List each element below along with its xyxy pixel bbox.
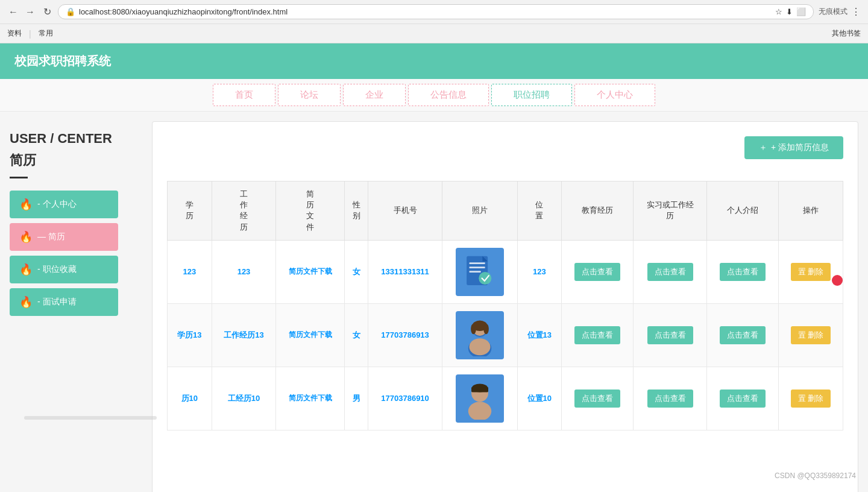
cell-file-2: 简历文件下载: [276, 367, 345, 430]
view-intro-btn-0[interactable]: 点击查看: [720, 263, 766, 281]
svg-point-11: [471, 324, 476, 335]
scrollbar-hint[interactable]: [24, 416, 157, 420]
cell-gender-1: 女: [345, 303, 368, 367]
cell-phone-1: 17703786913: [368, 303, 442, 367]
cell-edu-detail-2: 点击查看: [562, 367, 634, 430]
photo-1: [456, 311, 504, 359]
add-resume-label: + 添加简历信息: [771, 142, 829, 153]
cell-ops-1: 置 删除: [778, 303, 843, 367]
table-row: 123 123 简历文件下载 女 13311331311: [168, 240, 843, 303]
ops-container-2: 置 删除: [784, 390, 838, 408]
nav-item-jobs[interactable]: 职位招聘: [491, 84, 572, 106]
delete-btn-2[interactable]: 置 删除: [791, 390, 831, 408]
sidebar-item-favorites[interactable]: 🔥 - 职位收藏: [10, 256, 118, 283]
sidebar-item-interview-label: - 面试申请: [37, 297, 77, 308]
cell-photo-0: [442, 240, 517, 303]
delete-label-2: 删除: [808, 394, 823, 403]
resume-file-link-0[interactable]: 简历文件下载: [289, 267, 332, 276]
delete-label-1: 删除: [808, 330, 823, 339]
bookmark-resources[interactable]: 资料: [7, 28, 22, 39]
cell-work-detail-0: 点击查看: [634, 240, 707, 303]
view-work-btn-0[interactable]: 点击查看: [647, 263, 693, 281]
url-bar: 🔒 localhost:8080/xiaoyuanqiuzhizhaopinxi…: [58, 4, 814, 19]
cell-gender-2: 男: [345, 367, 368, 430]
sidebar-title-en: USER / CENTER: [10, 131, 142, 147]
menu-icon[interactable]: ⋮: [851, 6, 861, 17]
view-edu-btn-2[interactable]: 点击查看: [574, 390, 620, 408]
bookmark-other[interactable]: 其他书签: [832, 28, 861, 39]
sidebar-item-interview[interactable]: 🔥 - 面试申请: [10, 288, 118, 316]
add-resume-button[interactable]: ＋ + 添加简历信息: [744, 136, 843, 159]
sidebar: USER / CENTER 简历 🔥 - 个人中心 🔥 — 简历 🔥 - 职位收…: [10, 121, 142, 492]
table-row: 历10 工经历10 简历文件下载 男 17703786910: [168, 367, 843, 430]
url-text: localhost:8080/xiaoyuanqiuzhizhaopinxito…: [79, 7, 772, 16]
app-title: 校园求职招聘系统: [14, 54, 111, 68]
cell-photo-2: [442, 367, 517, 430]
view-intro-btn-1[interactable]: 点击查看: [720, 326, 766, 344]
cell-workexp-1: 工作经历13: [212, 303, 276, 367]
th-intro: 个人介绍: [706, 181, 778, 241]
cell-location-1: 位置13: [517, 303, 562, 367]
resume-file-link-2[interactable]: 简历文件下载: [289, 394, 332, 402]
nav-item-forum[interactable]: 论坛: [278, 84, 341, 106]
th-ops: 操作: [778, 181, 843, 241]
window-icon[interactable]: ⬜: [796, 7, 806, 16]
browser-actions: 无痕模式 ⋮: [819, 6, 861, 17]
sidebar-divider: [10, 177, 28, 178]
th-location: 位置: [517, 181, 562, 241]
nav-item-notice[interactable]: 公告信息: [408, 84, 489, 106]
back-button[interactable]: ←: [7, 6, 19, 18]
view-edu-btn-1[interactable]: 点击查看: [574, 326, 620, 344]
sidebar-title-cn: 简历: [10, 151, 142, 169]
th-work-detail: 实习或工作经历: [634, 181, 707, 241]
cell-education-1: 学历13: [168, 303, 212, 367]
refresh-button[interactable]: ↻: [41, 6, 53, 18]
nav-item-profile[interactable]: 个人中心: [574, 84, 655, 106]
nav-item-home[interactable]: 首页: [213, 84, 275, 106]
star-icon[interactable]: ☆: [775, 7, 782, 16]
cell-workexp-0: 123: [212, 240, 276, 303]
plus-icon: ＋: [759, 142, 767, 153]
table-header: 学历 工作经历 简历文件 性别 手机号 照片 位置 教育经历 实习或工作经历 个…: [168, 181, 843, 241]
view-work-btn-2[interactable]: 点击查看: [647, 390, 693, 408]
cell-phone-0: 13311331311: [368, 240, 442, 303]
delete-btn-0[interactable]: 置 删除: [791, 263, 831, 281]
th-education: 学历: [168, 181, 212, 241]
view-intro-btn-2[interactable]: 点击查看: [720, 390, 766, 408]
sidebar-item-favorites-label: - 职位收藏: [37, 264, 77, 275]
fire-icon-3: 🔥: [19, 263, 33, 276]
cursor-dot-0: [832, 275, 843, 286]
svg-rect-3: [469, 271, 480, 273]
forward-button[interactable]: →: [24, 6, 36, 18]
sidebar-item-resume[interactable]: 🔥 — 简历: [10, 223, 118, 251]
download-icon[interactable]: ⬇: [786, 7, 793, 16]
cell-phone-2: 17703786910: [368, 367, 442, 430]
svg-rect-1: [469, 262, 485, 264]
ops-container-0: 置 删除: [784, 263, 838, 281]
view-edu-btn-0[interactable]: 点击查看: [574, 263, 620, 281]
cell-ops-0: 置 删除: [778, 240, 843, 303]
cell-edu-detail-1: 点击查看: [562, 303, 634, 367]
edit-icon-2: 置: [798, 394, 806, 403]
table-row: 学历13 工作经历13 简历文件下载 女 17703786913: [168, 303, 843, 367]
cell-work-detail-2: 点击查看: [634, 367, 707, 430]
cell-edu-detail-0: 点击查看: [562, 240, 634, 303]
nav-item-enterprise[interactable]: 企业: [343, 84, 406, 106]
edit-icon-0: 置: [798, 267, 806, 276]
th-resume-file: 简历文件: [276, 181, 345, 241]
svg-point-12: [483, 324, 489, 335]
sidebar-item-personal[interactable]: 🔥 - 个人中心: [10, 191, 118, 218]
bookmark-common[interactable]: 常用: [39, 28, 53, 39]
sidebar-item-personal-label: - 个人中心: [37, 199, 77, 210]
th-edu-detail: 教育经历: [562, 181, 634, 241]
nav-bar: 首页 论坛 企业 公告信息 职位招聘 个人中心: [0, 79, 868, 112]
svg-point-9: [469, 338, 490, 355]
delete-btn-1[interactable]: 置 删除: [791, 326, 831, 344]
resume-file-link-1[interactable]: 简历文件下载: [289, 330, 332, 339]
resume-table: 学历 工作经历 简历文件 性别 手机号 照片 位置 教育经历 实习或工作经历 个…: [167, 181, 843, 430]
th-gender: 性别: [345, 181, 368, 241]
cell-workexp-2: 工经历10: [212, 367, 276, 430]
sidebar-item-resume-label: — 简历: [37, 232, 65, 242]
cell-ops-2: 置 删除: [778, 367, 843, 430]
view-work-btn-1[interactable]: 点击查看: [647, 326, 693, 344]
